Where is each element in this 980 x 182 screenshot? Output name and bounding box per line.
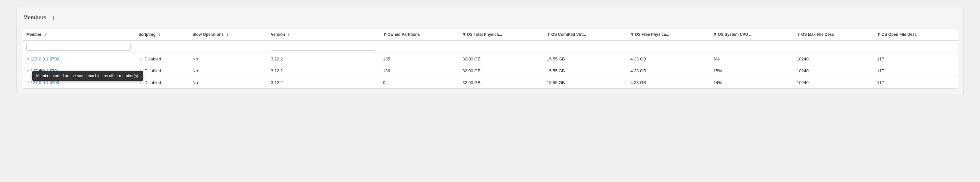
os-open-file-desc-cell: 117 xyxy=(873,53,958,65)
section-title: Members xyxy=(23,15,46,21)
section-header: Members 📋 xyxy=(22,12,958,23)
scripting-value: Disabled xyxy=(144,57,161,62)
os-total-physical-cell: 32.00 GB xyxy=(458,77,543,89)
sort-icon-scripting: ⇕ xyxy=(158,33,161,36)
scripting-value: Disabled xyxy=(144,68,161,73)
os-system-cpu-cell: 15% xyxy=(710,65,792,77)
os-committed-virt-cell: 15.55 GB xyxy=(543,77,627,89)
member-cell: ↗ 127.0.0.1:5702 xyxy=(22,53,135,65)
os-free-physical-cell: 4.33 GB xyxy=(627,65,710,77)
col-header-os-system-cpu[interactable]: ⇕ OS System CPU ... xyxy=(710,29,792,40)
member-link[interactable]: ↗ 127.0.0.1:5702 xyxy=(26,57,130,62)
col-header-scripting[interactable]: Scripting ⇕ xyxy=(135,29,188,40)
scripting-cell: ⚠ Disabled xyxy=(135,53,188,65)
os-free-physical-cell: 4.33 GB xyxy=(627,77,710,89)
os-total-physical-cell: 32.00 GB xyxy=(458,65,543,77)
member-link[interactable]: ↗ 127.0.0.1:5703 xyxy=(26,80,130,85)
filter-member-cell xyxy=(22,40,135,53)
os-max-file-desc-cell: 10240 xyxy=(793,77,873,89)
os-total-physical-cell: 32.00 GB xyxy=(458,53,543,65)
col-header-os-committed-virt[interactable]: ⇕ OS Comitted Virt... xyxy=(543,29,627,40)
tooltip-box: Member started on the same machine as ot… xyxy=(32,71,143,81)
os-free-physical-cell: 4.33 GB xyxy=(627,53,710,65)
filter-version-input[interactable] xyxy=(271,43,375,51)
os-system-cpu-cell: 14% xyxy=(710,77,792,89)
external-link-icon: ↗ xyxy=(26,81,29,85)
filter-row xyxy=(22,40,958,53)
warning-icon: ⚠ xyxy=(138,80,142,85)
col-header-os-open-file-desc[interactable]: ⇕ OS Open File Desc xyxy=(873,29,958,40)
slow-operations-cell: No xyxy=(189,65,267,77)
owned-partitions-cell: 136 xyxy=(379,65,459,77)
version-cell: 3.12.2 xyxy=(267,53,379,65)
sort-icon-version: ⇕ xyxy=(288,33,290,36)
os-committed-virt-cell: 15.55 GB xyxy=(543,65,627,77)
sort-icon-slow-ops: ⇕ xyxy=(226,33,229,36)
tooltip-container: Member started on the same machine as ot… xyxy=(32,71,143,81)
filter-version-cell xyxy=(267,40,379,53)
version-cell: 3.12.2 xyxy=(267,65,379,77)
version-cell: 3.12.2 xyxy=(267,77,379,89)
table-wrapper: Member started on the same machine as ot… xyxy=(22,28,958,89)
table-row: ↗ 127.0.0.1:5701 ⚠ Disabled No3.12.21363… xyxy=(22,65,958,77)
filter-member-input[interactable] xyxy=(26,43,130,51)
scripting-value: Disabled xyxy=(144,80,161,85)
members-table: Member ⇕ Scripting ⇕ Slow Operations ⇕ V… xyxy=(22,29,958,89)
os-system-cpu-cell: 6% xyxy=(710,53,792,65)
external-link-icon: ↗ xyxy=(26,69,29,73)
os-open-file-desc-cell: 117 xyxy=(873,65,958,77)
col-header-os-free-physical[interactable]: ⇕ OS Free Physica... xyxy=(627,29,710,40)
external-link-icon: ↗ xyxy=(26,57,29,61)
col-header-slow-operations[interactable]: Slow Operations ⇕ xyxy=(189,29,267,40)
col-header-owned-partitions[interactable]: ⇕ Owned Partitions xyxy=(379,29,459,40)
os-max-file-desc-cell: 10240 xyxy=(793,65,873,77)
os-committed-virt-cell: 15.55 GB xyxy=(543,53,627,65)
col-header-os-max-file-desc[interactable]: ⇕ OS Max File Desc xyxy=(793,29,873,40)
owned-partitions-cell: 0 xyxy=(379,77,459,89)
col-header-member[interactable]: Member ⇕ xyxy=(22,29,135,40)
warning-icon: ⚠ xyxy=(138,57,142,62)
table-row: ↗ 127.0.0.1:5703 ⚠ Disabled No3.12.2032.… xyxy=(22,77,958,89)
table-header-row: Member ⇕ Scripting ⇕ Slow Operations ⇕ V… xyxy=(22,29,958,40)
table-row: ↗ 127.0.0.1:5702 ⚠ Disabled No3.12.21353… xyxy=(22,53,958,65)
section-icon: 📋 xyxy=(49,15,54,21)
slow-operations-cell: No xyxy=(189,77,267,89)
os-open-file-desc-cell: 117 xyxy=(873,77,958,89)
col-header-os-total-physical[interactable]: ⇕ OS Total Physica... xyxy=(458,29,543,40)
col-header-version[interactable]: Version ⇕ xyxy=(267,29,379,40)
table-body: ↗ 127.0.0.1:5702 ⚠ Disabled No3.12.21353… xyxy=(22,53,958,89)
slow-operations-cell: No xyxy=(189,53,267,65)
sort-icon-member: ⇕ xyxy=(44,33,46,36)
os-max-file-desc-cell: 10240 xyxy=(793,53,873,65)
owned-partitions-cell: 135 xyxy=(379,53,459,65)
main-container: Members 📋 Member started on the same mac… xyxy=(16,6,964,94)
